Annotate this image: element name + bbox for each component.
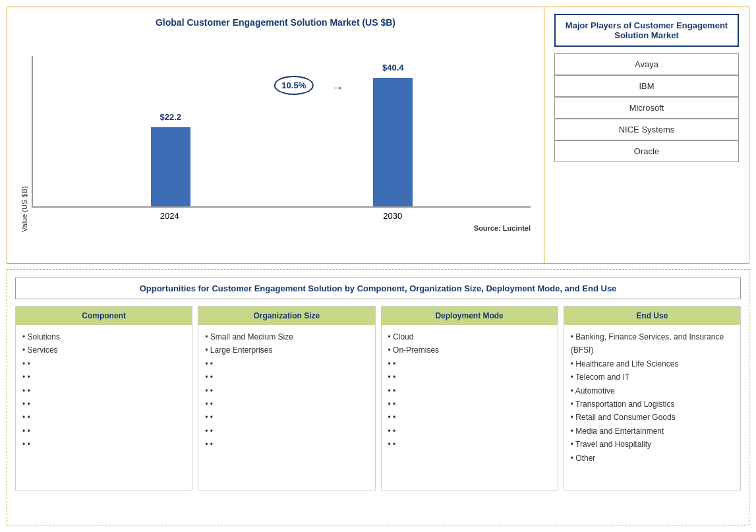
category-item: On-Premises xyxy=(388,343,551,357)
category-header-0: Component xyxy=(16,307,192,325)
cagr-arrow: → xyxy=(332,81,343,95)
top-section: Global Customer Engagement Solution Mark… xyxy=(7,7,749,264)
bar-2030-value: $40.4 xyxy=(382,63,404,73)
category-items-0: SolutionsServices••••••• xyxy=(16,325,192,490)
x-label-2024: 2024 xyxy=(160,211,179,221)
category-item-empty: • xyxy=(388,411,551,424)
category-items-2: CloudOn-Premises••••••• xyxy=(382,325,558,490)
cagr-annotation: 10.5% → xyxy=(274,76,314,95)
player-item: Avaya xyxy=(554,53,739,75)
players-list: AvayaIBMMicrosoftNICE SystemsOracle xyxy=(554,53,739,162)
opportunities-title: Opportunities for Customer Engagement So… xyxy=(15,278,741,299)
category-item: Telecom and IT xyxy=(571,370,734,384)
bars-container: 10.5% → $22.2 $40.4 xyxy=(32,56,531,208)
category-item-empty: • xyxy=(388,398,551,411)
category-item: Automotive xyxy=(571,384,734,398)
bar-group-2024: $22.2 xyxy=(151,112,190,206)
category-item-empty: • xyxy=(388,425,551,438)
major-players-panel: Major Players of Customer Engagement Sol… xyxy=(544,7,749,263)
chart-area: Global Customer Engagement Solution Mark… xyxy=(7,7,544,263)
player-item: NICE Systems xyxy=(554,119,739,140)
chart-content: 10.5% → $22.2 $40.4 xyxy=(32,34,531,232)
category-item-empty: • xyxy=(22,438,185,451)
category-item-empty: • xyxy=(22,370,185,384)
category-header-1: Organization Size xyxy=(198,307,374,325)
category-item-empty: • xyxy=(22,411,185,424)
category-item-empty: • xyxy=(22,357,185,370)
category-item: Travel and Hospitality xyxy=(571,438,734,451)
categories-row: ComponentSolutionsServices•••••••Organiz… xyxy=(15,306,741,490)
cagr-bubble: 10.5% xyxy=(274,76,314,95)
category-item: Other xyxy=(571,452,734,465)
category-item-empty: • xyxy=(205,411,368,424)
bar-2024 xyxy=(151,127,190,206)
main-container: Global Customer Engagement Solution Mark… xyxy=(0,0,756,532)
category-col-3: End UseBanking, Finance Services, and In… xyxy=(564,306,741,490)
bar-2030 xyxy=(373,78,413,206)
category-item: Cloud xyxy=(388,330,551,343)
category-item: Large Enterprises xyxy=(205,343,368,357)
category-item-empty: • xyxy=(22,384,185,398)
category-header-3: End Use xyxy=(564,307,740,325)
category-item-empty: • xyxy=(388,357,551,370)
category-item: Healthcare and Life Sciences xyxy=(571,357,734,370)
category-item-empty: • xyxy=(205,370,368,384)
category-col-2: Deployment ModeCloudOn-Premises••••••• xyxy=(381,306,558,490)
bar-group-2030: $40.4 xyxy=(373,63,413,206)
category-item-empty: • xyxy=(388,438,551,451)
category-item-empty: • xyxy=(205,384,368,398)
category-item: Banking, Finance Services, and Insurance… xyxy=(571,330,734,357)
category-item-empty: • xyxy=(22,425,185,438)
player-item: IBM xyxy=(554,75,739,97)
bottom-section: Opportunities for Customer Engagement So… xyxy=(7,269,749,525)
player-item: Microsoft xyxy=(554,97,739,119)
category-items-1: Small and Medium SizeLarge Enterprises••… xyxy=(198,325,374,490)
category-item-empty: • xyxy=(205,357,368,370)
category-item-empty: • xyxy=(205,438,368,451)
category-item: Retail and Consumer Goods xyxy=(571,411,734,424)
category-item: Media and Entertainment xyxy=(571,425,734,438)
category-item-empty: • xyxy=(22,398,185,411)
player-item: Oracle xyxy=(554,140,739,162)
category-item: Small and Medium Size xyxy=(205,330,368,343)
chart-wrapper: Value (US $B) 10.5% → $22.2 xyxy=(20,34,531,232)
category-item: Solutions xyxy=(22,330,185,343)
chart-title: Global Customer Engagement Solution Mark… xyxy=(20,17,531,28)
bar-2024-value: $22.2 xyxy=(160,112,181,122)
x-label-2030: 2030 xyxy=(383,211,402,221)
category-col-1: Organization SizeSmall and Medium SizeLa… xyxy=(198,306,375,490)
category-header-2: Deployment Mode xyxy=(382,307,558,325)
category-item: Transportation and Logistics xyxy=(571,398,734,411)
source-text: Source: Lucintel xyxy=(32,224,531,232)
category-item-empty: • xyxy=(388,370,551,384)
category-col-0: ComponentSolutionsServices••••••• xyxy=(15,306,192,490)
category-item-empty: • xyxy=(388,384,551,398)
major-players-title: Major Players of Customer Engagement Sol… xyxy=(554,14,739,47)
category-item: Services xyxy=(22,343,185,357)
y-axis-label: Value (US $B) xyxy=(20,34,28,232)
category-items-3: Banking, Finance Services, and Insurance… xyxy=(564,325,740,490)
x-axis-labels: 2024 2030 xyxy=(32,208,531,221)
category-item-empty: • xyxy=(205,425,368,438)
category-item-empty: • xyxy=(205,398,368,411)
